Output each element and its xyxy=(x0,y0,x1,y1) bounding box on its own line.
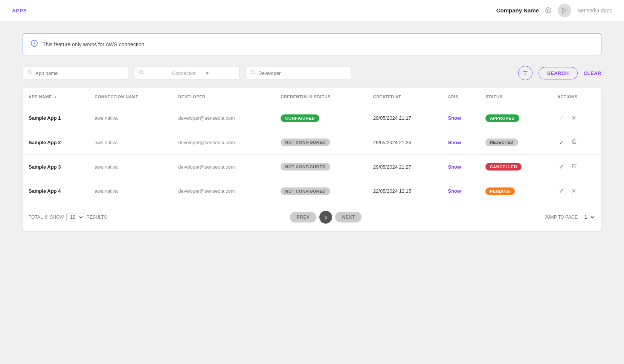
cell-status: PENDING xyxy=(479,179,551,203)
info-banner: This feature only works for AWS connecti… xyxy=(23,33,601,55)
table-row: Sample App 3 aws nativa developer@sensed… xyxy=(23,155,601,179)
credentials-badge: CONFIGURED xyxy=(281,114,319,122)
credentials-badge: NOT CONFIGURED xyxy=(281,139,330,146)
sensedia-docs-link[interactable]: Sensedia docs xyxy=(577,8,612,14)
table-row: Sample App 1 aws nativa developer@sensed… xyxy=(23,106,601,130)
apps-table-container: APP NAME ▲ CONNECTION NAME DEVELOPER CRE… xyxy=(23,88,601,231)
approve-button[interactable]: ✓ xyxy=(557,137,565,148)
total-label: TOTAL xyxy=(29,215,43,220)
page-1-button[interactable]: 1 xyxy=(319,211,332,224)
cell-credentials-status: NOT CONFIGURED xyxy=(275,155,367,179)
filter-row: Connection ▼ SEARCH CLEAR xyxy=(23,66,601,80)
delete-button[interactable] xyxy=(570,161,579,172)
next-button[interactable]: NEXT xyxy=(335,212,362,222)
reject-button[interactable]: ✕ xyxy=(570,113,578,123)
total-count: 6 xyxy=(45,215,48,220)
col-created-at: CREATED AT xyxy=(367,88,442,106)
app-name-input[interactable] xyxy=(35,70,123,76)
cell-developer: developer@sensedia.com xyxy=(172,155,275,179)
search-icon-3 xyxy=(250,70,255,76)
pagination-info: TOTAL 6 SHOW 10 25 50 RESULTS xyxy=(29,213,107,221)
cell-actions: ✓ xyxy=(551,155,601,179)
cell-status: REJECTED xyxy=(479,130,551,155)
pagination-row: TOTAL 6 SHOW 10 25 50 RESULTS PREV 1 NEX… xyxy=(23,203,601,231)
avatar-button[interactable] xyxy=(558,4,571,17)
clear-button[interactable]: CLEAR xyxy=(584,70,601,76)
col-credentials-status: CREDENTIALS STATUS xyxy=(275,88,367,106)
col-apis: APIS xyxy=(442,88,479,106)
status-badge: REJECTED xyxy=(485,139,518,146)
show-apis-link[interactable]: Show xyxy=(448,188,461,194)
credentials-badge: NOT CONFIGURED xyxy=(281,187,330,195)
filter-button[interactable] xyxy=(518,66,532,80)
cell-actions: ✓ ✕ xyxy=(551,179,601,203)
approve-button-disabled: ✓ xyxy=(557,113,565,123)
actions-cell: ✓ ✕ xyxy=(557,113,595,123)
developer-search[interactable] xyxy=(246,67,351,79)
svg-line-7 xyxy=(142,73,143,74)
jump-to-page: JUMP TO PAGE 1 xyxy=(545,213,595,221)
col-actions: ACTIONS xyxy=(551,88,601,106)
show-apis-link[interactable]: Show xyxy=(448,164,461,170)
delete-button[interactable] xyxy=(570,137,579,148)
col-status: STATUS xyxy=(479,88,551,106)
connection-dropdown[interactable]: Connection ▼ xyxy=(134,67,240,79)
actions-cell: ✓ xyxy=(557,161,595,172)
cell-apis: Show xyxy=(442,106,479,130)
status-badge: CANCELLED xyxy=(485,163,522,171)
search-icon xyxy=(27,70,32,76)
cell-credentials-status: NOT CONFIGURED xyxy=(275,179,367,203)
cell-apis: Show xyxy=(442,155,479,179)
svg-line-5 xyxy=(31,73,32,74)
reject-button[interactable]: ✕ xyxy=(570,186,578,196)
svg-point-4 xyxy=(28,71,32,74)
header: APPS Company Name Sensedia docs xyxy=(0,0,624,21)
approve-button[interactable]: ✓ xyxy=(557,162,565,172)
jump-label: JUMP TO PAGE xyxy=(545,215,578,220)
show-apis-link[interactable]: Show xyxy=(448,140,461,145)
show-label: SHOW xyxy=(50,215,64,220)
show-apis-link[interactable]: Show xyxy=(448,115,461,121)
approve-button[interactable]: ✓ xyxy=(557,186,565,196)
cell-credentials-status: NOT CONFIGURED xyxy=(275,130,367,155)
table-header-row: APP NAME ▲ CONNECTION NAME DEVELOPER CRE… xyxy=(23,88,601,106)
info-icon xyxy=(31,40,38,49)
sort-icon: ▲ xyxy=(53,95,57,99)
cell-actions: ✓ ✕ xyxy=(551,106,601,130)
cell-actions: ✓ xyxy=(551,130,601,155)
cell-apis: Show xyxy=(442,130,479,155)
cell-status: APPROVED xyxy=(479,106,551,130)
col-developer: DEVELOPER xyxy=(172,88,275,106)
cell-created-at: 29/05/2024 21:27 xyxy=(367,155,442,179)
app-name-search[interactable] xyxy=(23,67,128,79)
company-name: Company Name xyxy=(496,7,539,14)
prev-button[interactable]: PREV xyxy=(290,212,317,222)
actions-cell: ✓ ✕ xyxy=(557,186,595,196)
status-badge: APPROVED xyxy=(485,114,519,122)
cell-connection-name: aws nativa xyxy=(88,130,172,155)
pagination-center: PREV 1 NEXT xyxy=(111,211,540,224)
header-left: APPS xyxy=(12,7,27,14)
results-label: RESULTS xyxy=(87,215,107,220)
cell-connection-name: aws nativa xyxy=(88,155,172,179)
home-button[interactable] xyxy=(545,6,552,15)
search-icon-2 xyxy=(139,70,169,76)
apps-table: APP NAME ▲ CONNECTION NAME DEVELOPER CRE… xyxy=(23,88,601,203)
jump-select[interactable]: 1 xyxy=(581,213,595,221)
svg-line-9 xyxy=(254,73,255,74)
cell-apis: Show xyxy=(442,179,479,203)
table-body: Sample App 1 aws nativa developer@sensed… xyxy=(23,106,601,203)
col-app-name: APP NAME ▲ xyxy=(23,88,88,106)
show-select[interactable]: 10 25 50 xyxy=(66,213,84,221)
cell-created-at: 22/05/2024 12:15 xyxy=(367,179,442,203)
table-row: Sample App 4 aws nativa developer@sensed… xyxy=(23,179,601,203)
cell-created-at: 29/05/2024 21:17 xyxy=(367,106,442,130)
developer-input[interactable] xyxy=(258,70,346,76)
connection-placeholder: Connection xyxy=(172,70,201,76)
cell-app-name: Sample App 4 xyxy=(23,179,88,203)
search-button[interactable]: SEARCH xyxy=(539,67,578,79)
chevron-down-icon: ▼ xyxy=(205,70,235,76)
status-badge: PENDING xyxy=(485,187,515,195)
cell-status: CANCELLED xyxy=(479,155,551,179)
col-connection-name: CONNECTION NAME xyxy=(88,88,172,106)
